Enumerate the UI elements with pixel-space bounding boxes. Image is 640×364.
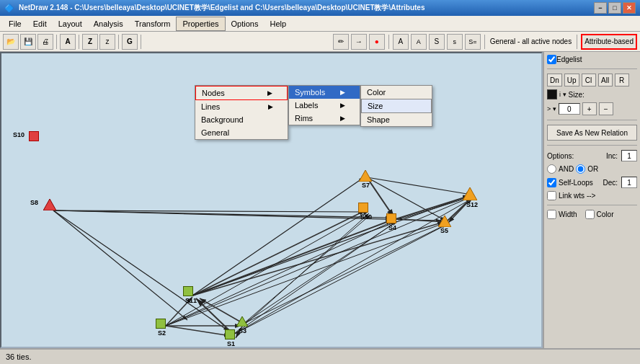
toolbar-open[interactable]: 📂 [3,34,19,50]
menubar: File Edit Layout Analysis Transform Prop… [0,16,640,32]
node-s10[interactable] [29,131,39,141]
color-label: Color [597,210,614,218]
menu-edit[interactable]: Edit [27,17,53,31]
selfloops-label: Self-Loops [559,179,593,187]
node-label-s1: S1 [227,340,235,347]
or-radio[interactable] [576,164,585,174]
toolbar-s-upper[interactable]: S [429,34,445,50]
svg-line-5 [53,210,441,221]
menu-properties[interactable]: Properties [176,17,225,31]
linkwts-label: Link wts --> [559,192,595,200]
svg-line-10 [192,177,364,296]
toolbar-save[interactable]: 💾 [20,34,36,50]
toolbar-s-lower[interactable]: s [447,34,463,50]
toolbar-arrow[interactable]: → [351,34,367,50]
rp-control-row: Dn Up Cl All R [547,74,637,86]
size-label: Size: [569,91,585,99]
menu-options[interactable]: Options [226,17,265,31]
node-s7[interactable] [359,170,372,182]
menu-layout[interactable]: Layout [53,17,88,31]
titlebar: 🔷 NetDraw 2.148 - C:\Users\belleaya\Desk… [0,0,640,16]
btn-up[interactable]: Up [564,74,579,86]
color-checkbox[interactable] [585,210,595,219]
toolbar-print[interactable]: 🖨 [37,34,53,50]
rp-i-label: i ▾ [559,91,566,98]
svg-marker-36 [43,199,56,210]
node-s12[interactable] [463,187,477,200]
save-relation-btn[interactable]: Save As New Relation [547,125,637,141]
toolbar-sep6 [484,35,485,49]
and-or-row: AND OR [547,164,637,174]
btn-all[interactable]: All [598,74,613,86]
inc-input[interactable] [621,150,637,161]
toolbar-sep5 [388,35,389,49]
main-container: S10 S8 S12 S7 S50 S4 S5 S11 [0,52,640,348]
node-s4[interactable] [386,213,396,223]
attribute-based-button[interactable]: Attribute-based [581,34,637,50]
maximize-button[interactable]: □ [608,2,621,14]
options-label: Options: [547,152,574,160]
svg-line-7 [192,219,394,296]
app-icon: 🔷 [4,4,14,13]
btn-r[interactable]: R [615,74,629,86]
node-label-s3: S3 [239,327,246,334]
node-label-s7: S7 [362,182,370,189]
edgelist-checkbox[interactable] [547,55,556,64]
toolbar-g[interactable]: G [122,34,138,50]
and-label: AND [559,165,574,173]
svg-line-12 [166,326,231,336]
svg-line-2 [53,210,228,331]
rp-divider3 [547,145,637,146]
linkwts-checkbox[interactable] [547,191,556,200]
toolbar-sep7 [577,35,577,49]
node-label-s11: S11 [185,297,197,304]
minimize-button[interactable]: − [594,2,607,14]
node-s5[interactable] [438,216,451,227]
general-nodes-label: General - all active nodes [489,37,573,45]
toolbar-z-upper[interactable]: Z [82,34,98,50]
menu-analysis[interactable]: Analysis [88,17,129,31]
btn-cl[interactable]: Cl [582,74,596,86]
btn-plus[interactable]: + [582,102,597,115]
toolbar-sep3 [118,35,119,49]
node-label-s4: S4 [388,224,396,231]
network-canvas[interactable]: S10 S8 S12 S7 S50 S4 S5 S11 [0,52,543,348]
selfloops-checkbox[interactable] [547,178,556,187]
width-label: Width [559,210,577,218]
edgelist-label: Edgelist [556,56,582,63]
menu-transform[interactable]: Transform [129,17,177,31]
btn-dn[interactable]: Dn [547,74,562,86]
node-label-s10: S10 [13,131,25,138]
toolbar-a-upper[interactable]: A [60,34,76,50]
width-checkbox[interactable] [547,210,556,219]
toolbar-a3[interactable]: A [411,34,427,50]
svg-line-26 [244,221,397,324]
btn-minus[interactable]: − [599,102,613,115]
node-s11[interactable] [183,286,193,296]
svg-marker-37 [463,187,477,200]
node-s50[interactable] [358,203,368,213]
node-s8[interactable] [43,199,56,210]
menu-help[interactable]: Help [264,17,292,31]
toolbar-sep4 [141,35,141,49]
close-button[interactable]: ✕ [623,2,636,14]
toolbar-a2[interactable]: A [393,34,409,50]
svg-line-1 [53,210,187,320]
size-input[interactable] [559,103,580,115]
node-label-s8: S8 [30,199,38,206]
node-s1[interactable] [225,329,235,339]
toolbar-pen[interactable]: ✏ [333,34,349,50]
rp-angle: > ▾ [547,105,556,112]
and-radio[interactable] [547,164,556,174]
toolbar-z-lower[interactable]: z [99,34,115,50]
menu-file[interactable]: File [3,17,27,31]
dec-input[interactable] [621,177,637,188]
inc-label: Inc: [606,152,618,160]
toolbar-sep2 [79,35,79,49]
svg-line-27 [244,223,448,324]
svg-marker-40 [236,316,248,327]
toolbar-red-dot[interactable]: ● [369,34,385,50]
node-s3[interactable] [236,316,248,327]
node-s2[interactable] [156,319,166,329]
toolbar-seq[interactable]: S= [465,34,481,50]
